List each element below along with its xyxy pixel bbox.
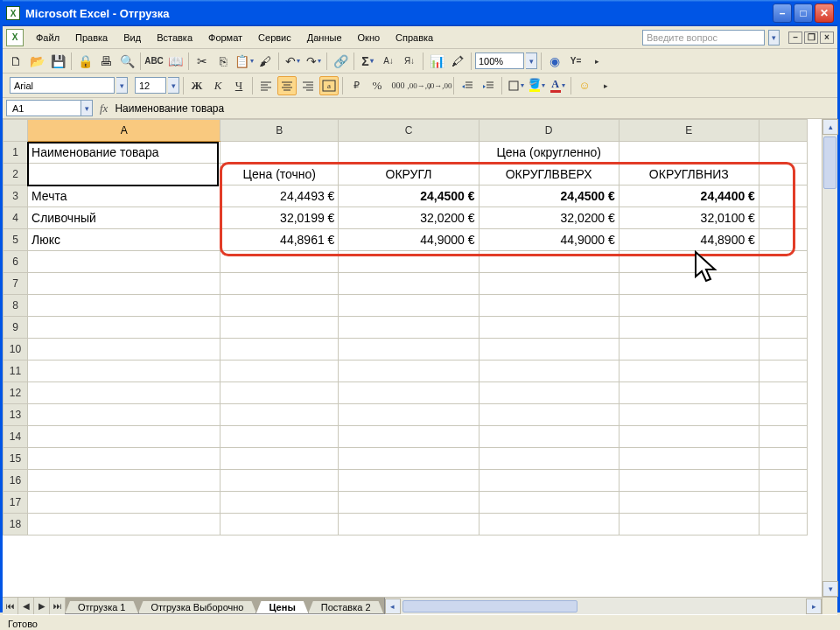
cell-C2[interactable]: ОКРУГЛ bbox=[339, 164, 479, 186]
cell-F2[interactable] bbox=[759, 164, 807, 186]
menu-insert[interactable]: Вставка bbox=[150, 30, 200, 46]
align-right-button[interactable] bbox=[298, 76, 318, 95]
scroll-right-button[interactable]: ▸ bbox=[806, 598, 822, 614]
spelling-icon[interactable]: ABC bbox=[144, 52, 164, 71]
row-header-1[interactable]: 1 bbox=[4, 142, 28, 164]
row-header-13[interactable]: 13 bbox=[4, 404, 28, 426]
menu-file[interactable]: Файл bbox=[29, 30, 66, 46]
save-icon[interactable]: 💾 bbox=[48, 52, 67, 71]
row-header-16[interactable]: 16 bbox=[4, 470, 28, 492]
font-color-button[interactable]: A bbox=[548, 76, 567, 95]
mdi-minimize-button[interactable]: – bbox=[788, 32, 802, 44]
emoji-icon[interactable]: ☺ bbox=[575, 76, 594, 95]
italic-button[interactable]: К bbox=[208, 76, 228, 95]
workbook-icon[interactable]: X bbox=[6, 29, 24, 46]
cell-A5[interactable]: Люкс bbox=[28, 229, 220, 251]
hscroll-thumb[interactable] bbox=[402, 600, 578, 612]
spreadsheet-grid[interactable]: A B C D E 1 Наименование товара Цена (ок… bbox=[3, 119, 808, 536]
research-icon[interactable]: 📖 bbox=[165, 52, 185, 71]
zoom-dropdown[interactable]: ▾ bbox=[526, 52, 537, 69]
cell-E2[interactable]: ОКРУГЛВНИЗ bbox=[619, 164, 759, 186]
merge-center-button[interactable]: a bbox=[319, 76, 339, 95]
cell-F3[interactable] bbox=[759, 186, 807, 207]
cell-F5[interactable] bbox=[759, 229, 807, 251]
select-all-cell[interactable] bbox=[4, 120, 28, 142]
row-header-3[interactable]: 3 bbox=[4, 186, 28, 207]
autosum-icon[interactable]: Σ bbox=[358, 52, 377, 71]
cut-icon[interactable]: ✂ bbox=[192, 52, 212, 71]
copy-icon[interactable]: ⎘ bbox=[214, 52, 233, 71]
permission-icon[interactable]: 🔒 bbox=[75, 52, 94, 71]
sheet-tab-3[interactable]: Цены bbox=[256, 601, 308, 614]
fx-icon[interactable]: fx bbox=[100, 102, 108, 116]
name-box-dropdown[interactable]: ▾ bbox=[81, 100, 93, 116]
scroll-up-button[interactable]: ▴ bbox=[822, 119, 838, 135]
redo-icon[interactable]: ↷ bbox=[304, 52, 323, 71]
mdi-restore-button[interactable]: ❐ bbox=[804, 32, 818, 44]
row-header-2[interactable]: 2 bbox=[4, 164, 28, 186]
align-left-button[interactable] bbox=[256, 76, 276, 95]
percent-button[interactable]: % bbox=[368, 76, 387, 95]
cell-C5[interactable]: 44,9000 € bbox=[339, 229, 479, 251]
sort-desc-icon[interactable]: Я↓ bbox=[400, 52, 419, 71]
col-header-A[interactable]: A bbox=[28, 120, 220, 142]
fill-color-button[interactable]: 🪣 bbox=[527, 76, 546, 95]
print-icon[interactable]: 🖶 bbox=[96, 52, 116, 71]
font-selector[interactable]: Arial bbox=[10, 77, 115, 94]
row-header-4[interactable]: 4 bbox=[4, 207, 28, 229]
cell-D2[interactable]: ОКРУГЛВВЕРХ bbox=[479, 164, 619, 186]
col-header-F[interactable] bbox=[759, 120, 807, 142]
decrease-indent-button[interactable] bbox=[458, 76, 477, 95]
cell-E1[interactable] bbox=[619, 142, 759, 164]
ask-question-dropdown[interactable]: ▾ bbox=[768, 30, 780, 46]
close-button[interactable]: ✕ bbox=[815, 4, 834, 23]
sheet-tab-4[interactable]: Поставка 2 bbox=[308, 601, 384, 614]
font-size-selector[interactable]: 12 bbox=[135, 77, 166, 94]
tab-prev-button[interactable]: ◀ bbox=[18, 598, 34, 614]
menu-edit[interactable]: Правка bbox=[68, 30, 115, 46]
cell-A2[interactable] bbox=[28, 164, 220, 186]
cell-E3[interactable]: 24,4400 € bbox=[619, 186, 759, 207]
cell-C1[interactable] bbox=[339, 142, 479, 164]
increase-indent-button[interactable] bbox=[479, 76, 498, 95]
print-preview-icon[interactable]: 🔍 bbox=[117, 52, 136, 71]
horizontal-scrollbar[interactable]: ◂ ▸ bbox=[384, 598, 822, 614]
cell-B3[interactable]: 24,4493 € bbox=[220, 186, 339, 207]
sheet-tab-1[interactable]: Отгрузка 1 bbox=[65, 601, 139, 614]
help-icon[interactable]: ◉ bbox=[545, 52, 564, 71]
decrease-decimal-button[interactable]: ,0→,00 bbox=[430, 76, 450, 95]
cell-A1[interactable]: Наименование товара bbox=[28, 142, 220, 164]
zoom-input[interactable]: 100% bbox=[475, 52, 524, 69]
underline-button[interactable]: Ч bbox=[229, 76, 248, 95]
undo-icon[interactable]: ↶ bbox=[283, 52, 302, 71]
cell-C4[interactable]: 32,0200 € bbox=[339, 207, 479, 229]
cell-A3[interactable]: Мечта bbox=[28, 186, 220, 207]
cell-D5[interactable]: 44,9000 € bbox=[479, 229, 619, 251]
row-header-9[interactable]: 9 bbox=[4, 317, 28, 339]
row-header-17[interactable]: 17 bbox=[4, 492, 28, 514]
tab-next-button[interactable]: ▶ bbox=[34, 598, 50, 614]
row-header-12[interactable]: 12 bbox=[4, 382, 28, 404]
cell-B2[interactable]: Цена (точно) bbox=[220, 164, 339, 186]
toolbar-options-icon[interactable]: ▸ bbox=[587, 52, 606, 71]
cell-B1[interactable] bbox=[220, 142, 339, 164]
font-dropdown[interactable]: ▾ bbox=[116, 77, 128, 94]
row-header-5[interactable]: 5 bbox=[4, 229, 28, 251]
scroll-down-button[interactable]: ▾ bbox=[822, 581, 838, 597]
cell-D3[interactable]: 24,4500 € bbox=[479, 186, 619, 207]
font-size-dropdown[interactable]: ▾ bbox=[168, 77, 179, 94]
row-header-15[interactable]: 15 bbox=[4, 448, 28, 470]
format-painter-icon[interactable]: 🖌 bbox=[256, 52, 275, 71]
open-icon[interactable]: 📂 bbox=[27, 52, 46, 71]
cell-C3[interactable]: 24,4500 € bbox=[339, 186, 479, 207]
align-center-button[interactable] bbox=[277, 76, 297, 95]
menu-view[interactable]: Вид bbox=[116, 30, 148, 46]
paste-icon[interactable]: 📋 bbox=[234, 52, 254, 71]
menu-window[interactable]: Окно bbox=[351, 30, 388, 46]
increase-decimal-button[interactable]: ,00→,0 bbox=[410, 76, 429, 95]
hyperlink-icon[interactable]: 🔗 bbox=[331, 52, 350, 71]
vscroll-thumb[interactable] bbox=[823, 136, 836, 189]
show-formulas-icon[interactable]: Y= bbox=[566, 52, 585, 71]
cell-A4[interactable]: Сливочный bbox=[28, 207, 220, 229]
menu-format[interactable]: Формат bbox=[201, 30, 249, 46]
